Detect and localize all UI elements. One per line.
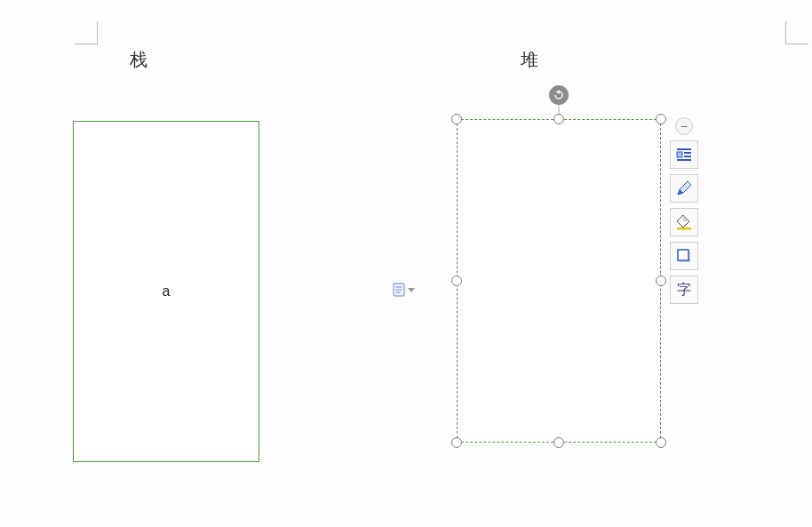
layout-options-icon	[675, 146, 693, 164]
stack-rectangle-text: a	[163, 283, 171, 299]
resize-handle-bottom-middle[interactable]	[553, 437, 564, 448]
rotate-icon	[553, 89, 565, 101]
resize-handle-bottom-right[interactable]	[656, 437, 666, 448]
minus-icon: −	[681, 120, 688, 132]
svg-rect-8	[677, 159, 691, 161]
svg-rect-6	[684, 152, 691, 154]
layout-options-button[interactable]	[670, 140, 698, 169]
dropdown-caret-icon	[408, 288, 415, 292]
heap-shape-selection-group	[446, 85, 672, 453]
svg-rect-4	[677, 148, 691, 150]
text-insert-icon: 字	[677, 281, 691, 299]
shape-fill-button[interactable]	[670, 208, 698, 236]
svg-rect-7	[684, 156, 691, 157]
fill-bucket-icon	[675, 213, 693, 231]
resize-handle-top-right[interactable]	[656, 114, 666, 124]
resize-handle-bottom-left[interactable]	[451, 437, 462, 448]
svg-rect-5	[677, 152, 682, 157]
shape-effects-button[interactable]	[670, 242, 698, 270]
shape-format-floatbar: − 字	[670, 117, 698, 304]
svg-rect-11	[678, 250, 689, 260]
resize-handle-top-middle[interactable]	[553, 114, 564, 124]
page-corner-top-left	[75, 21, 98, 44]
resize-handle-middle-right[interactable]	[656, 275, 666, 286]
shape-outline-button[interactable]	[670, 174, 698, 203]
svg-rect-9	[677, 228, 691, 230]
heap-label: 堆	[521, 48, 538, 72]
stack-label: 栈	[130, 48, 147, 72]
paste-options-icon	[393, 283, 405, 297]
page-corner-top-right	[785, 21, 808, 44]
insert-text-button[interactable]: 字	[670, 275, 698, 304]
paste-options-tag[interactable]	[393, 283, 415, 297]
heap-rectangle-shape[interactable]	[457, 119, 661, 443]
stack-rectangle-shape[interactable]: a	[73, 121, 259, 462]
floatbar-collapse-button[interactable]: −	[675, 117, 693, 135]
shape-effects-icon	[675, 247, 693, 265]
resize-handle-top-left[interactable]	[451, 114, 462, 124]
resize-handle-middle-left[interactable]	[451, 275, 462, 286]
rotate-handle[interactable]	[549, 85, 569, 105]
pen-icon	[675, 180, 693, 197]
